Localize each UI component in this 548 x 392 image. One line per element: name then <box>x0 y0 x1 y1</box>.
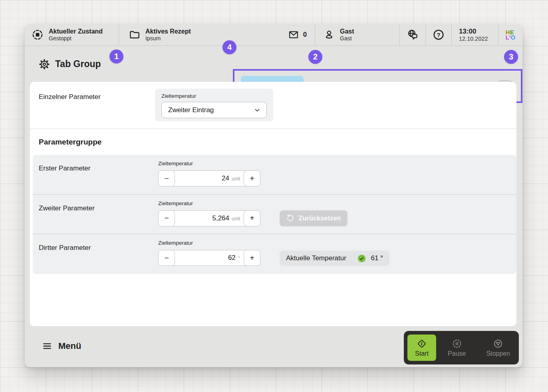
date: 12.10.2022 <box>459 36 488 42</box>
decrement-button[interactable]: − <box>158 210 175 226</box>
active-recipe[interactable]: Aktives Rezept Ipsum <box>119 24 280 46</box>
menu-button[interactable]: Menü <box>42 341 81 351</box>
folder-icon <box>129 29 141 41</box>
language-button[interactable] <box>400 24 426 46</box>
help-button[interactable]: ? <box>426 24 452 46</box>
select-value: Zweiter Eintrag <box>168 106 214 114</box>
user-button[interactable]: Gast Gast <box>315 24 400 46</box>
hamburger-icon <box>42 341 52 351</box>
check-circle-icon <box>357 254 366 263</box>
unit: unit <box>232 216 240 222</box>
help-icon: ? <box>432 28 445 41</box>
unit: ° <box>238 255 240 261</box>
parameter-name: Zweiter Parameter <box>39 204 95 212</box>
target-temp-select[interactable]: Zweiter Eintrag <box>161 102 267 118</box>
value: 24 <box>222 174 229 182</box>
single-parameter-control: Zieltemperatur Zweiter Eintrag <box>155 89 273 121</box>
parameter-name: Erster Parameter <box>39 164 90 172</box>
stopped-state-icon <box>31 28 44 41</box>
recipe-label: Aktives Rezept <box>145 28 191 35</box>
annotation-badge-3: 3 <box>504 50 518 64</box>
field-label: Zieltemperatur <box>158 160 193 166</box>
annotation-badge-4: 4 <box>222 40 236 54</box>
single-parameter-label: Einzelner Parameter <box>39 93 101 101</box>
user-icon <box>323 29 335 41</box>
chevron-down-icon <box>254 107 261 114</box>
state-label: Aktueller Zustand <box>49 28 103 35</box>
stop-button[interactable]: Stoppen <box>478 339 519 357</box>
menu-label: Menü <box>58 341 81 351</box>
unit: unit <box>232 176 240 182</box>
gear-icon <box>39 59 50 70</box>
annotation-badge-2: 2 <box>308 50 322 64</box>
state-value: Gestoppt <box>49 35 103 42</box>
section-divider <box>30 129 516 129</box>
machine-controls: Start Pause Stoppen <box>404 331 519 364</box>
tab-group-header: Tab Group Aufbau <box>25 46 522 82</box>
parameter-name: Dirtter Parameter <box>39 244 91 252</box>
pause-label: Pause <box>448 350 466 357</box>
parameter-row-3: Dirtter Parameter Zieltemperatur − 62 ° … <box>33 234 516 274</box>
time: 13:00 <box>459 28 476 36</box>
stop-icon <box>493 339 503 349</box>
value-field[interactable]: 24 unit <box>172 170 247 186</box>
parameter-group: Erster Parameter Zieltemperatur − 24 uni… <box>33 155 516 274</box>
stepper-1: − 24 unit + <box>158 170 260 186</box>
user-role: Gast <box>340 35 354 42</box>
stepper-3: − 62 ° + <box>158 250 260 266</box>
brand-logo: HE L'O <box>498 24 522 46</box>
status-bar: Aktueller Zustand Gestoppt Aktives Rezep… <box>25 24 522 46</box>
page-title-group: Tab Group <box>39 59 101 70</box>
page-title: Tab Group <box>55 59 101 69</box>
value-field[interactable]: 62 ° <box>172 250 247 266</box>
pause-button[interactable]: Pause <box>436 339 478 357</box>
app-window: Aktueller Zustand Gestoppt Aktives Rezep… <box>25 24 522 367</box>
increment-button[interactable]: + <box>244 250 260 266</box>
messages-button[interactable]: 0 <box>280 24 315 46</box>
helo-logo: HE L'O <box>506 30 515 40</box>
value-field[interactable]: 5,264 unit <box>172 210 247 226</box>
current-temperature-chip: Aktuelle Temperatur 61 ° <box>280 251 389 266</box>
field-label: Zieltemperatur <box>158 240 193 246</box>
current-temp-label: Aktuelle Temperatur <box>286 254 352 262</box>
value: 62 <box>228 254 236 262</box>
clock: 13:00 12.10.2022 <box>452 24 498 46</box>
start-icon <box>417 339 427 349</box>
svg-text:?: ? <box>437 32 440 38</box>
increment-button[interactable]: + <box>244 170 260 186</box>
pause-icon <box>452 339 462 349</box>
parameter-row-2: Zweiter Parameter Zieltemperatur − 5,264… <box>33 194 516 234</box>
start-label: Start <box>415 350 429 357</box>
decrement-button[interactable]: − <box>158 170 175 186</box>
annotation-badge-1: 1 <box>109 49 123 63</box>
desktop-background: Aktueller Zustand Gestoppt Aktives Rezep… <box>0 0 548 392</box>
user-name: Gast <box>340 28 354 35</box>
reset-button[interactable]: Zurücksetzen <box>280 210 347 226</box>
machine-state[interactable]: Aktueller Zustand Gestoppt <box>25 24 119 46</box>
recipe-value: Ipsum <box>145 35 191 42</box>
stop-label: Stoppen <box>486 350 510 357</box>
start-button[interactable]: Start <box>407 335 436 361</box>
content-panel: Einzelner Parameter Zieltemperatur Zweit… <box>30 82 516 326</box>
field-label: Zieltemperatur <box>158 200 193 206</box>
reset-label: Zurücksetzen <box>298 214 341 222</box>
increment-button[interactable]: + <box>244 210 260 226</box>
value: 5,264 <box>212 214 229 222</box>
parameter-group-title: Parametergruppe <box>39 138 101 147</box>
stepper-2: − 5,264 unit + <box>158 210 260 226</box>
mail-count: 0 <box>303 31 307 39</box>
mail-icon <box>288 29 299 40</box>
reset-icon <box>286 214 294 222</box>
parameter-row-1: Erster Parameter Zieltemperatur − 24 uni… <box>33 155 516 194</box>
decrement-button[interactable]: − <box>158 250 175 266</box>
field-label: Zieltemperatur <box>161 93 267 99</box>
language-globe-icon <box>406 28 419 41</box>
current-temp-value: 61 ° <box>371 254 383 262</box>
